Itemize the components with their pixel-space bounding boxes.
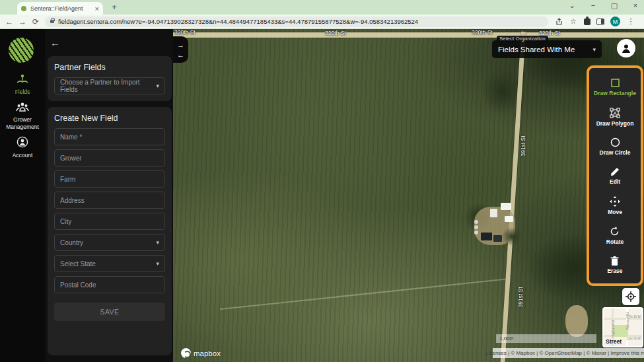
extensions-icon[interactable] xyxy=(584,18,590,25)
partner-dropdown[interactable]: Choose a Partner to Import Fields ▾ xyxy=(54,77,165,94)
reload-button[interactable]: ⟳ xyxy=(29,17,42,26)
move-icon xyxy=(609,196,621,207)
browser-tab[interactable]: Sentera::FieldAgent × xyxy=(17,2,103,15)
map-canvas[interactable]: 320th St 320th St 320th St 320th St 391s… xyxy=(173,29,644,362)
map-style-toggle[interactable]: 17th St W 21st St W Highland Dr Ramsey R… xyxy=(602,307,643,347)
browser-toolbar: ← → ⟳ fieldagent.sentera.com/new?e=-94.0… xyxy=(0,15,644,29)
mapbox-logo[interactable]: mapbox xyxy=(181,348,221,358)
sidebar-toggle[interactable]: → ← xyxy=(173,36,188,63)
draw-toolbar: Draw Rectangle A Draw Polygon Draw Circl… xyxy=(587,65,643,286)
road-label: 391st St xyxy=(520,131,526,161)
road-label: 320th St xyxy=(472,29,493,36)
geolocate-icon xyxy=(626,291,636,302)
draw-polygon-icon: A xyxy=(609,107,621,119)
map-attribution: Licenses | © Mapbox | © OpenStreetMap | … xyxy=(493,348,644,358)
farm-building xyxy=(481,233,492,240)
panel-back-arrow[interactable]: ← xyxy=(50,37,60,48)
map-scale-bar: 1,000' xyxy=(496,334,596,343)
window-close-button[interactable]: × xyxy=(631,1,640,10)
bookmark-star-icon[interactable]: ☆ xyxy=(569,17,578,26)
farm-building xyxy=(505,216,513,222)
tool-draw-circle[interactable]: Draw Circle xyxy=(600,137,631,156)
person-icon xyxy=(620,42,633,55)
save-button[interactable]: SAVE xyxy=(54,303,165,321)
tool-draw-polygon[interactable]: A Draw Polygon xyxy=(596,107,634,127)
tool-erase[interactable]: Erase xyxy=(607,256,622,274)
sidebar-item-account[interactable]: Account xyxy=(0,136,45,159)
style-toggle-label: Street xyxy=(606,338,622,345)
tool-rotate[interactable]: Rotate xyxy=(606,226,624,245)
lock-icon xyxy=(50,20,54,23)
geolocate-button[interactable] xyxy=(622,288,639,305)
nav-rail: Fields Grower Management Account xyxy=(0,29,45,362)
country-select[interactable]: Country ▾ xyxy=(54,234,165,251)
draw-rectangle-icon xyxy=(610,77,621,89)
city-field[interactable] xyxy=(55,213,164,229)
window-minimize-button[interactable]: − xyxy=(589,1,598,10)
browser-profile-avatar[interactable]: M xyxy=(610,17,620,26)
url-text: fieldagent.sentera.com/new?e=-94.0471390… xyxy=(58,18,418,25)
create-field-card: Create New Field Country ▾ Select State … xyxy=(48,107,172,355)
org-select-label: Select Organization xyxy=(497,36,548,42)
chevron-down-icon: ▾ xyxy=(156,260,159,267)
chevron-down-icon: ▾ xyxy=(156,83,159,89)
mapbox-icon xyxy=(181,348,191,358)
sidebar-item-grower-management[interactable]: Grower Management xyxy=(0,102,45,130)
postal-code-field[interactable] xyxy=(55,277,164,293)
menu-dots-icon[interactable]: ⋮ xyxy=(626,17,635,26)
sentera-logo[interactable] xyxy=(9,38,34,63)
road-label: 320th St xyxy=(325,30,346,36)
road-label: 391st St xyxy=(517,283,524,312)
share-icon[interactable] xyxy=(555,18,563,26)
browser-tabstrip: Sentera::FieldAgent × + ⌄ − ▢ × xyxy=(0,0,644,15)
rotate-icon xyxy=(609,226,620,237)
arrow-left-icon[interactable]: ← xyxy=(177,51,184,59)
chevron-down-icon: ▾ xyxy=(156,239,159,246)
farm-field[interactable] xyxy=(55,171,164,187)
url-bar[interactable]: fieldagent.sentera.com/new?e=-94.0471390… xyxy=(45,17,548,27)
back-button[interactable]: ← xyxy=(3,17,16,26)
window-maximize-button[interactable]: ▢ xyxy=(610,1,619,10)
account-icon xyxy=(17,136,28,148)
farmstead xyxy=(462,195,526,258)
sidebar-item-label: Grower Management xyxy=(0,116,45,130)
forward-button[interactable]: → xyxy=(16,17,29,26)
grower-field[interactable] xyxy=(55,150,164,166)
user-avatar-button[interactable] xyxy=(617,39,635,57)
state-select[interactable]: Select State ▾ xyxy=(54,255,165,272)
sidebar-item-fields[interactable]: Fields xyxy=(0,74,45,96)
attribution-text[interactable]: Licenses | © Mapbox | © OpenStreetMap | … xyxy=(485,350,644,356)
state-select-label: Select State xyxy=(60,260,96,268)
tab-close-icon[interactable]: × xyxy=(95,5,99,13)
window-chevron-icon[interactable]: ⌄ xyxy=(567,1,577,10)
sidebar-item-label: Account xyxy=(0,152,45,159)
tool-move[interactable]: Move xyxy=(608,196,622,215)
minimap-street-label: 21st St W xyxy=(626,336,641,340)
country-select-label: Country xyxy=(60,239,83,246)
tool-draw-rectangle[interactable]: Draw Rectangle xyxy=(594,77,636,96)
grower-management-icon xyxy=(15,102,30,112)
trash-icon xyxy=(610,256,620,266)
tab-favicon xyxy=(21,6,26,11)
tab-title: Sentera::FieldAgent xyxy=(30,5,92,12)
side-panel-icon[interactable] xyxy=(596,18,604,25)
chevron-down-icon: ▾ xyxy=(592,46,596,53)
new-tab-button[interactable]: + xyxy=(109,2,120,12)
partner-dropdown-value: Choose a Partner to Import Fields xyxy=(60,79,156,93)
road-label: 320th St xyxy=(174,29,196,36)
arrow-right-icon[interactable]: → xyxy=(177,41,184,49)
fields-icon xyxy=(16,74,29,85)
svg-text:A: A xyxy=(614,111,617,116)
address-field[interactable] xyxy=(55,192,164,208)
draw-circle-icon xyxy=(610,137,621,148)
create-field-title: Create New Field xyxy=(48,107,172,128)
road-horizontal xyxy=(173,32,644,38)
pencil-icon xyxy=(610,166,620,177)
organization-dropdown[interactable]: Fields Shared With Me ▾ xyxy=(492,40,602,58)
tool-edit[interactable]: Edit xyxy=(610,166,620,185)
minimap-street-label: Highland Dr xyxy=(611,320,615,338)
name-field[interactable] xyxy=(55,129,164,145)
minimap-street-label: Ramsey Rd xyxy=(626,312,629,330)
organization-dropdown-value: Fields Shared With Me xyxy=(498,46,575,54)
scale-text: 1,000' xyxy=(499,336,514,342)
